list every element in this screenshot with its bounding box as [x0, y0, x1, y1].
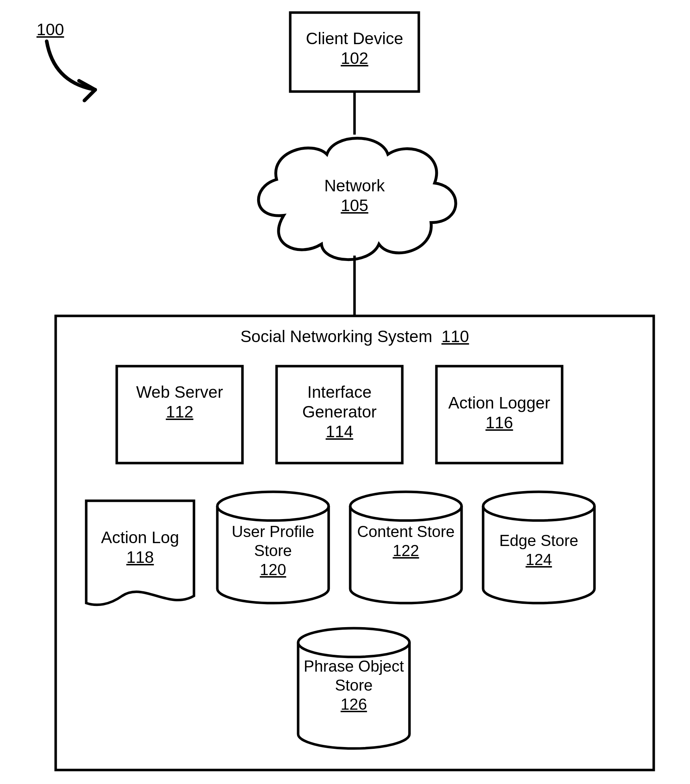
client-device-text: Client Device: [306, 29, 403, 48]
figure-ref-label: 100: [29, 20, 72, 40]
user-profile-store-ref: 120: [260, 561, 286, 578]
svg-point-3: [350, 492, 462, 520]
user-profile-store-text: User Profile Store: [232, 523, 314, 559]
phrase-object-store-text: Phrase Object Store: [304, 657, 404, 694]
action-logger-label: Action Logger 116: [436, 393, 562, 433]
phrase-object-store-ref: 126: [340, 695, 367, 713]
svg-point-6: [483, 492, 594, 520]
network-ref: 105: [341, 196, 368, 215]
figure-ref-arrow: [47, 41, 95, 100]
system-title-ref: 110: [441, 327, 469, 346]
system-title-label: Social Networking System 110: [56, 327, 654, 346]
content-store-text: Content Store: [357, 523, 455, 540]
interface-generator-ref: 114: [326, 422, 353, 441]
network-label: Network 105: [300, 176, 408, 216]
client-device-ref: 102: [341, 49, 368, 68]
action-log-text: Action Log: [101, 528, 179, 547]
system-title-text: Social Networking System: [240, 327, 432, 346]
web-server-label: Web Server 112: [117, 382, 243, 422]
figure-ref-num: 100: [36, 20, 64, 39]
diagram-canvas: 100 Client Device 102 Network 105 Social…: [0, 0, 690, 784]
action-logger-text: Action Logger: [448, 394, 550, 412]
action-log-ref: 118: [126, 548, 154, 567]
phrase-object-store-label: Phrase Object Store 126: [298, 657, 409, 714]
action-logger-ref: 116: [485, 413, 513, 432]
edge-store-label: Edge Store 124: [483, 531, 594, 569]
network-text: Network: [324, 176, 385, 195]
interface-generator-text: Interface Generator: [302, 383, 376, 421]
interface-generator-label: Interface Generator 114: [277, 382, 402, 442]
action-log-label: Action Log 118: [86, 528, 194, 567]
user-profile-store-label: User Profile Store 120: [217, 522, 328, 579]
client-device-label: Client Device 102: [290, 29, 419, 68]
edge-store-ref: 124: [525, 551, 552, 568]
content-store-ref: 122: [393, 542, 419, 559]
content-store-label: Content Store 122: [350, 522, 462, 560]
web-server-text: Web Server: [136, 383, 223, 401]
edge-store-text: Edge Store: [499, 532, 578, 549]
svg-point-0: [217, 492, 328, 520]
svg-point-9: [298, 628, 409, 657]
web-server-ref: 112: [166, 402, 193, 421]
